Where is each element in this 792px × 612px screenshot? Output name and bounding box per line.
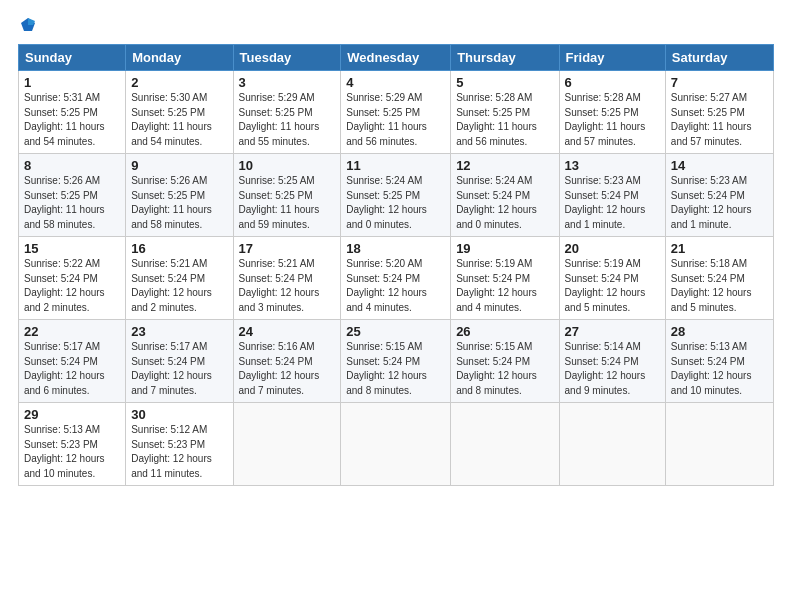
day-of-week-header: Saturday: [665, 45, 773, 71]
day-info: Sunrise: 5:13 AM Sunset: 5:23 PM Dayligh…: [24, 423, 120, 481]
logo: [18, 16, 37, 34]
calendar-cell: 20Sunrise: 5:19 AM Sunset: 5:24 PM Dayli…: [559, 237, 665, 320]
calendar-week-row: 8Sunrise: 5:26 AM Sunset: 5:25 PM Daylig…: [19, 154, 774, 237]
calendar-cell: 30Sunrise: 5:12 AM Sunset: 5:23 PM Dayli…: [126, 403, 233, 486]
calendar-cell: 14Sunrise: 5:23 AM Sunset: 5:24 PM Dayli…: [665, 154, 773, 237]
calendar-week-row: 1Sunrise: 5:31 AM Sunset: 5:25 PM Daylig…: [19, 71, 774, 154]
day-info: Sunrise: 5:29 AM Sunset: 5:25 PM Dayligh…: [346, 91, 445, 149]
day-info: Sunrise: 5:24 AM Sunset: 5:25 PM Dayligh…: [346, 174, 445, 232]
calendar-cell: 26Sunrise: 5:15 AM Sunset: 5:24 PM Dayli…: [451, 320, 559, 403]
day-number: 12: [456, 158, 553, 173]
day-number: 19: [456, 241, 553, 256]
calendar-cell: [451, 403, 559, 486]
day-number: 9: [131, 158, 227, 173]
day-info: Sunrise: 5:26 AM Sunset: 5:25 PM Dayligh…: [24, 174, 120, 232]
header: [18, 16, 774, 34]
day-number: 27: [565, 324, 660, 339]
day-info: Sunrise: 5:26 AM Sunset: 5:25 PM Dayligh…: [131, 174, 227, 232]
day-number: 10: [239, 158, 336, 173]
day-number: 2: [131, 75, 227, 90]
day-info: Sunrise: 5:13 AM Sunset: 5:24 PM Dayligh…: [671, 340, 768, 398]
calendar-cell: 15Sunrise: 5:22 AM Sunset: 5:24 PM Dayli…: [19, 237, 126, 320]
day-of-week-header: Tuesday: [233, 45, 341, 71]
day-info: Sunrise: 5:14 AM Sunset: 5:24 PM Dayligh…: [565, 340, 660, 398]
day-info: Sunrise: 5:21 AM Sunset: 5:24 PM Dayligh…: [131, 257, 227, 315]
calendar-cell: [559, 403, 665, 486]
day-info: Sunrise: 5:19 AM Sunset: 5:24 PM Dayligh…: [565, 257, 660, 315]
calendar-cell: 11Sunrise: 5:24 AM Sunset: 5:25 PM Dayli…: [341, 154, 451, 237]
day-of-week-header: Wednesday: [341, 45, 451, 71]
day-number: 18: [346, 241, 445, 256]
day-info: Sunrise: 5:24 AM Sunset: 5:24 PM Dayligh…: [456, 174, 553, 232]
day-number: 25: [346, 324, 445, 339]
calendar-cell: 23Sunrise: 5:17 AM Sunset: 5:24 PM Dayli…: [126, 320, 233, 403]
day-info: Sunrise: 5:15 AM Sunset: 5:24 PM Dayligh…: [456, 340, 553, 398]
day-info: Sunrise: 5:19 AM Sunset: 5:24 PM Dayligh…: [456, 257, 553, 315]
day-number: 30: [131, 407, 227, 422]
day-info: Sunrise: 5:30 AM Sunset: 5:25 PM Dayligh…: [131, 91, 227, 149]
calendar-cell: [665, 403, 773, 486]
calendar-cell: [233, 403, 341, 486]
day-of-week-header: Thursday: [451, 45, 559, 71]
day-number: 23: [131, 324, 227, 339]
day-info: Sunrise: 5:17 AM Sunset: 5:24 PM Dayligh…: [24, 340, 120, 398]
day-number: 1: [24, 75, 120, 90]
calendar-cell: 25Sunrise: 5:15 AM Sunset: 5:24 PM Dayli…: [341, 320, 451, 403]
day-number: 4: [346, 75, 445, 90]
day-info: Sunrise: 5:25 AM Sunset: 5:25 PM Dayligh…: [239, 174, 336, 232]
day-number: 26: [456, 324, 553, 339]
day-info: Sunrise: 5:23 AM Sunset: 5:24 PM Dayligh…: [565, 174, 660, 232]
logo-flag-icon: [19, 16, 37, 34]
day-info: Sunrise: 5:31 AM Sunset: 5:25 PM Dayligh…: [24, 91, 120, 149]
day-info: Sunrise: 5:17 AM Sunset: 5:24 PM Dayligh…: [131, 340, 227, 398]
day-of-week-header: Monday: [126, 45, 233, 71]
day-number: 3: [239, 75, 336, 90]
calendar-week-row: 22Sunrise: 5:17 AM Sunset: 5:24 PM Dayli…: [19, 320, 774, 403]
calendar-cell: 6Sunrise: 5:28 AM Sunset: 5:25 PM Daylig…: [559, 71, 665, 154]
calendar-cell: 22Sunrise: 5:17 AM Sunset: 5:24 PM Dayli…: [19, 320, 126, 403]
day-info: Sunrise: 5:22 AM Sunset: 5:24 PM Dayligh…: [24, 257, 120, 315]
day-number: 29: [24, 407, 120, 422]
day-info: Sunrise: 5:28 AM Sunset: 5:25 PM Dayligh…: [456, 91, 553, 149]
calendar-cell: 5Sunrise: 5:28 AM Sunset: 5:25 PM Daylig…: [451, 71, 559, 154]
day-number: 28: [671, 324, 768, 339]
day-number: 17: [239, 241, 336, 256]
calendar-cell: 2Sunrise: 5:30 AM Sunset: 5:25 PM Daylig…: [126, 71, 233, 154]
day-number: 24: [239, 324, 336, 339]
day-number: 6: [565, 75, 660, 90]
calendar-header-row: SundayMondayTuesdayWednesdayThursdayFrid…: [19, 45, 774, 71]
calendar-table: SundayMondayTuesdayWednesdayThursdayFrid…: [18, 44, 774, 486]
day-info: Sunrise: 5:15 AM Sunset: 5:24 PM Dayligh…: [346, 340, 445, 398]
calendar-cell: 12Sunrise: 5:24 AM Sunset: 5:24 PM Dayli…: [451, 154, 559, 237]
calendar-cell: 9Sunrise: 5:26 AM Sunset: 5:25 PM Daylig…: [126, 154, 233, 237]
calendar-week-row: 29Sunrise: 5:13 AM Sunset: 5:23 PM Dayli…: [19, 403, 774, 486]
calendar-cell: 13Sunrise: 5:23 AM Sunset: 5:24 PM Dayli…: [559, 154, 665, 237]
calendar-cell: 18Sunrise: 5:20 AM Sunset: 5:24 PM Dayli…: [341, 237, 451, 320]
day-info: Sunrise: 5:20 AM Sunset: 5:24 PM Dayligh…: [346, 257, 445, 315]
calendar-week-row: 15Sunrise: 5:22 AM Sunset: 5:24 PM Dayli…: [19, 237, 774, 320]
calendar-cell: 17Sunrise: 5:21 AM Sunset: 5:24 PM Dayli…: [233, 237, 341, 320]
calendar-page: SundayMondayTuesdayWednesdayThursdayFrid…: [0, 0, 792, 612]
day-number: 7: [671, 75, 768, 90]
calendar-cell: 4Sunrise: 5:29 AM Sunset: 5:25 PM Daylig…: [341, 71, 451, 154]
day-number: 13: [565, 158, 660, 173]
day-number: 22: [24, 324, 120, 339]
day-info: Sunrise: 5:28 AM Sunset: 5:25 PM Dayligh…: [565, 91, 660, 149]
day-number: 8: [24, 158, 120, 173]
day-info: Sunrise: 5:29 AM Sunset: 5:25 PM Dayligh…: [239, 91, 336, 149]
calendar-cell: 10Sunrise: 5:25 AM Sunset: 5:25 PM Dayli…: [233, 154, 341, 237]
day-number: 20: [565, 241, 660, 256]
day-info: Sunrise: 5:21 AM Sunset: 5:24 PM Dayligh…: [239, 257, 336, 315]
calendar-cell: 3Sunrise: 5:29 AM Sunset: 5:25 PM Daylig…: [233, 71, 341, 154]
calendar-cell: 29Sunrise: 5:13 AM Sunset: 5:23 PM Dayli…: [19, 403, 126, 486]
day-of-week-header: Sunday: [19, 45, 126, 71]
day-number: 11: [346, 158, 445, 173]
calendar-cell: 28Sunrise: 5:13 AM Sunset: 5:24 PM Dayli…: [665, 320, 773, 403]
day-info: Sunrise: 5:12 AM Sunset: 5:23 PM Dayligh…: [131, 423, 227, 481]
calendar-cell: 8Sunrise: 5:26 AM Sunset: 5:25 PM Daylig…: [19, 154, 126, 237]
day-info: Sunrise: 5:16 AM Sunset: 5:24 PM Dayligh…: [239, 340, 336, 398]
day-number: 5: [456, 75, 553, 90]
calendar-cell: 16Sunrise: 5:21 AM Sunset: 5:24 PM Dayli…: [126, 237, 233, 320]
calendar-cell: 1Sunrise: 5:31 AM Sunset: 5:25 PM Daylig…: [19, 71, 126, 154]
calendar-cell: 21Sunrise: 5:18 AM Sunset: 5:24 PM Dayli…: [665, 237, 773, 320]
